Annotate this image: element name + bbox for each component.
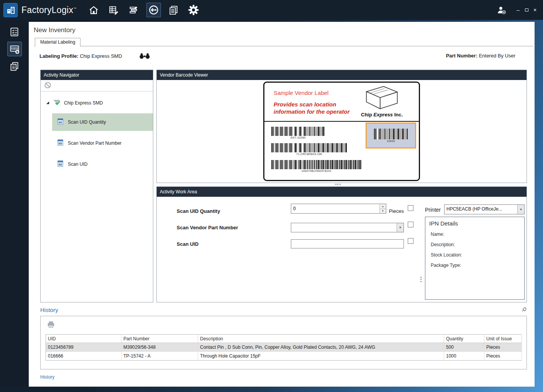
scan-uid-input[interactable] (291, 240, 404, 248)
barcode-part: DX7-10260 (271, 127, 325, 139)
profile-icon (52, 98, 61, 108)
blocked-icon[interactable] (44, 82, 51, 90)
table-row[interactable]: 016666 TP-15742 - A Through Hole Capacit… (46, 352, 522, 361)
scan-vendor-part-number-combo[interactable]: ▼ (291, 223, 404, 232)
history-box: UID Part Number Description Quantity Uni… (40, 316, 527, 369)
part-number-label: Part Number: (446, 53, 477, 59)
highlighted-quantity-barcode: 10000 (366, 122, 416, 149)
tree-root-label: Chip Express SMD (64, 100, 103, 106)
planning-grid-icon[interactable] (107, 3, 121, 17)
printer-combo[interactable]: HPC5EACB (HP OfficeJe... ▼ (444, 204, 525, 214)
printer-label: Printer (425, 207, 441, 213)
tree-item-label: Scan Vendor Part Number (68, 140, 121, 146)
tree-item-label: Scan UID (68, 162, 87, 167)
ipn-name-label: Name: (425, 232, 524, 237)
workarea-splitter-handle[interactable] (420, 277, 422, 282)
chevron-down-icon[interactable]: ▼ (397, 223, 404, 232)
settings-gear-icon[interactable] (186, 3, 201, 17)
scan-vendor-part-number-checkbox[interactable] (408, 222, 413, 227)
cell-unit-of-issue: Pieces (484, 352, 522, 361)
minimize-button[interactable]: – (514, 6, 522, 14)
close-button[interactable]: × (531, 6, 539, 14)
activity-doc-icon (57, 118, 64, 126)
activity-navigator-panel: Activity Navigator Chip Express SMD Scan… (40, 70, 153, 302)
cell-unit-of-issue: Pieces (484, 343, 522, 352)
tree-item-scan-uid-quantity[interactable]: Scan UID Quantity (52, 113, 153, 131)
trademark: ™ (73, 7, 76, 10)
chevron-down-icon[interactable]: ▼ (517, 205, 524, 214)
cell-uid: 016666 (46, 352, 121, 361)
printer-value: HPC5EACB (HP OfficeJe... (445, 205, 517, 214)
spinner-arrows[interactable]: ▲▼ (379, 204, 386, 213)
combo-value (291, 223, 397, 232)
ipn-stock-location-label: Stock Location: (425, 252, 524, 258)
cell-quantity: 500 (444, 343, 484, 352)
col-part-number[interactable]: Part Number (121, 335, 198, 343)
tree-node-profile[interactable]: Chip Express SMD (41, 96, 153, 110)
new-inventory-label-icon[interactable] (7, 42, 22, 56)
ipn-details-box: IPN Details Name: Description: Stock Loc… (425, 217, 525, 300)
materials-stack-icon[interactable] (126, 3, 141, 17)
history-titlebar: History (40, 305, 527, 314)
barcode-caption: 71-CRCW0603-10K (271, 153, 347, 155)
scan-uid-quantity-label: Scan UID Quantity (177, 208, 220, 214)
left-toolbar (0, 20, 29, 387)
labeling-profile-label: Labeling Profile: (39, 53, 79, 59)
cell-uid: 0123456789 (46, 343, 121, 352)
sample-label-heading: Sample Vendor Label (274, 90, 328, 96)
activity-work-area-panel: Activity Work Area Scan UID Quantity ▲▼ … (156, 186, 527, 302)
col-description[interactable]: Description (198, 335, 444, 343)
table-row[interactable]: 0123456789 M39029/56-348 Contact Pin , D… (46, 343, 522, 352)
scan-uid-textbox[interactable] (291, 239, 404, 248)
barcode-caption: UID079812942978141 (271, 170, 362, 172)
ipn-package-type-label: Package Type: (425, 263, 524, 268)
copy-labels-icon[interactable] (7, 59, 22, 74)
navigator-toolbar (41, 80, 153, 91)
title-bar: FactoryLogix™ – × (0, 0, 543, 20)
col-uid[interactable]: UID (46, 335, 121, 343)
activity-doc-icon (57, 139, 64, 147)
home-icon[interactable] (87, 3, 101, 17)
company-name: Chip Express Inc. (361, 112, 403, 118)
cell-description: Contact Pin , D Sub Conn, Pin, Copper Al… (198, 343, 444, 352)
vendor-barcode-viewer-body: Sample Vendor Label Provides scan locati… (157, 80, 527, 183)
spin-up-icon[interactable]: ▲ (380, 204, 386, 209)
app-logo-icon (3, 3, 18, 17)
tree-item-scan-uid[interactable]: Scan UID (52, 155, 153, 173)
spin-down-icon[interactable]: ▼ (380, 209, 386, 214)
scan-uid-quantity-input[interactable] (291, 204, 386, 214)
part-number-row: Part Number: Entered By User (446, 53, 515, 59)
table-header-row: UID Part Number Description Quantity Uni… (46, 335, 522, 343)
binoculars-icon[interactable] (139, 53, 150, 59)
history-title: History (40, 307, 58, 313)
main-navigation (87, 3, 201, 17)
ipn-description-label: Description: (425, 242, 524, 247)
production-route-icon[interactable] (146, 3, 161, 17)
activity-navigator-header: Activity Navigator (41, 70, 153, 80)
label-divider (264, 121, 419, 122)
expander-icon[interactable] (46, 100, 49, 106)
pin-icon[interactable] (522, 307, 527, 313)
batch-checklist-icon[interactable] (7, 24, 22, 39)
window-controls: – × (495, 4, 539, 16)
scan-uid-checkbox[interactable] (408, 238, 413, 244)
cell-part-number: TP-15742 - A (121, 352, 198, 361)
activity-tree: Chip Express SMD Scan UID Quantity Scan … (41, 96, 153, 173)
scan-uid-quantity-spinner[interactable]: ▲▼ (291, 204, 386, 214)
tree-item-scan-vendor-part-number[interactable]: Scan Vendor Part Number (52, 134, 153, 152)
history-section: History UID Part Number Description Quan… (40, 305, 527, 380)
reports-document-icon[interactable] (166, 3, 181, 17)
panel-splitter-handle[interactable] (335, 184, 341, 185)
col-unit-of-issue[interactable]: Unit of Issue (484, 335, 522, 343)
print-icon[interactable] (47, 320, 55, 330)
col-quantity[interactable]: Quantity (444, 335, 484, 343)
labeling-profile-row: Labeling Profile: Chip Express SMD (39, 53, 150, 59)
history-footer-link[interactable]: History (40, 374, 54, 380)
scan-uid-quantity-checkbox[interactable] (408, 205, 413, 211)
tab-material-labeling[interactable]: Material Labeling (35, 38, 80, 46)
scan-uid-label: Scan UID (177, 241, 198, 247)
cell-part-number: M39029/56-348 (121, 343, 198, 352)
logout-user-icon[interactable] (495, 4, 508, 16)
maximize-button[interactable] (522, 6, 531, 14)
part-number-value: Entered By User (479, 53, 515, 59)
